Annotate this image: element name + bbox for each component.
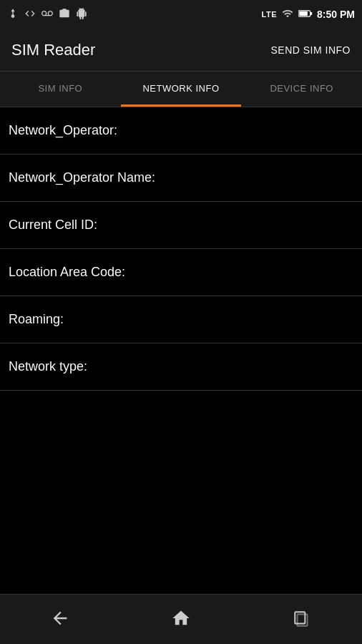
tab-sim-info-label: SIM INFO: [38, 83, 82, 94]
svg-rect-1: [299, 11, 308, 16]
current-cell-id-label: Current Cell ID:: [9, 218, 97, 232]
signal-icon: [281, 8, 294, 21]
tab-network-info-label: NETWORK INFO: [142, 83, 219, 94]
send-sim-button[interactable]: SEND SIM INFO: [270, 44, 351, 56]
location-area-code-label: Location Area Code:: [9, 265, 125, 279]
tab-network-info[interactable]: NETWORK INFO: [121, 72, 242, 107]
roaming-label: Roaming:: [9, 312, 64, 326]
network-type-row: Network type:: [0, 343, 362, 391]
network-info-content: Network_Operator: Network_Operator Name:…: [0, 107, 362, 391]
network-type-label: Network type:: [9, 359, 87, 374]
bottom-nav: [0, 594, 362, 644]
tab-device-info-label: DEVICE INFO: [270, 83, 333, 94]
recents-button[interactable]: [280, 602, 323, 638]
lte-badge: LTE: [262, 10, 277, 19]
screenshot-icon: [59, 8, 70, 21]
network-operator-row: Network_Operator:: [0, 107, 362, 155]
voicemail-icon: [41, 8, 53, 21]
app-title: SIM Reader: [11, 41, 95, 59]
current-cell-id-row: Current Cell ID:: [0, 202, 362, 249]
status-bar-left: [7, 8, 87, 21]
status-bar-right: LTE 8:50 PM: [262, 8, 355, 21]
network-operator-name-label: Network_Operator Name:: [9, 170, 155, 185]
usb-icon: [7, 8, 19, 21]
status-bar: LTE 8:50 PM: [0, 0, 362, 29]
network-operator-name-row: Network_Operator Name:: [0, 155, 362, 202]
svg-rect-2: [310, 11, 313, 14]
home-icon: [171, 608, 191, 630]
app-bar: SIM Reader SEND SIM INFO: [0, 29, 362, 72]
code-icon: [24, 8, 36, 21]
tab-sim-info[interactable]: SIM INFO: [0, 72, 121, 107]
location-area-code-row: Location Area Code:: [0, 249, 362, 296]
recents-icon: [293, 609, 311, 630]
back-button[interactable]: [39, 602, 82, 638]
tab-device-info[interactable]: DEVICE INFO: [241, 72, 362, 107]
time-display: 8:50 PM: [317, 9, 355, 20]
back-icon: [50, 608, 70, 630]
battery-icon: [298, 9, 313, 21]
android-icon: [76, 8, 87, 21]
roaming-row: Roaming:: [0, 296, 362, 343]
home-button[interactable]: [160, 602, 202, 638]
tab-bar: SIM INFO NETWORK INFO DEVICE INFO: [0, 72, 362, 107]
network-operator-label: Network_Operator:: [9, 123, 117, 137]
